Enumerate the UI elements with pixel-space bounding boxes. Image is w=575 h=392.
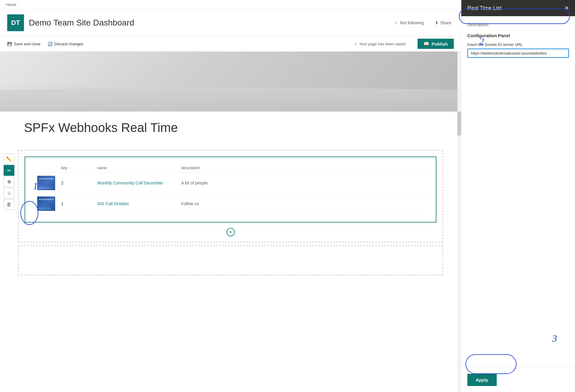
col-thumbnail: [37, 166, 61, 170]
page-main-title: SPFx Webhooks Real Time: [24, 121, 437, 135]
edit-icon: ✏: [7, 168, 11, 173]
move-icon: ✥: [7, 179, 11, 185]
list-table-inner: key name description 2 Monthly Community…: [25, 157, 436, 220]
edit-toolbar: 💾 Save and close 🔄 Discard changes ✓ You…: [0, 36, 461, 52]
panel-footer: Apply: [461, 367, 575, 392]
list-table-header: key name description: [34, 163, 427, 173]
hero-wave: [0, 88, 461, 112]
move-tool-button[interactable]: ✥: [4, 176, 14, 187]
star-icon: ☆: [394, 20, 398, 25]
site-header: DT Demo Team Site Dashboard ☆ Not follow…: [0, 10, 461, 36]
pencil-tool-button[interactable]: ✏️: [4, 154, 14, 164]
site-identity: DT Demo Team Site Dashboard: [7, 14, 134, 31]
url-label: Insert the Socket.IO server URL: [467, 42, 569, 47]
row-name-link[interactable]: Monthly Community Call December: [97, 181, 181, 185]
row-description: A lot of people: [181, 181, 424, 185]
hero-banner: [0, 52, 461, 112]
save-icon: 💾: [7, 42, 12, 46]
not-following-button[interactable]: ☆ Not following: [392, 19, 426, 26]
publish-button[interactable]: 📖 Publish: [418, 39, 454, 49]
saved-status: ✓ Your page has been saved: [354, 42, 406, 46]
socket-url-input[interactable]: [467, 49, 569, 58]
save-and-close-button[interactable]: 💾 Save and close: [7, 42, 40, 46]
row-description: Follow us: [181, 201, 424, 206]
col-key: key: [61, 166, 97, 170]
scroll-track[interactable]: [457, 52, 461, 392]
delete-icon: 🗑: [7, 202, 11, 207]
table-row: 2 Monthly Community Call December A lot …: [34, 173, 427, 193]
right-panel: Real Time List ✕ Description Configurati…: [461, 0, 575, 392]
thumb-decoration: [39, 208, 51, 208]
webpart-container: key name description 2 Monthly Community…: [25, 157, 436, 223]
panel-header: Real Time List ✕: [461, 0, 575, 16]
edit-tool-button[interactable]: ✏: [4, 165, 14, 176]
thumbnail-image: [37, 176, 55, 190]
page-inner: SPFx Webhooks Real Time: [0, 112, 461, 150]
panel-body: Description Configuration Panel Insert t…: [461, 16, 575, 367]
col-name: name: [97, 166, 181, 170]
check-icon: ✓: [354, 42, 358, 46]
panel-description: Description: [467, 22, 569, 27]
row-thumbnail: [37, 196, 61, 211]
col-description: description: [181, 166, 424, 170]
book-icon: 📖: [424, 41, 429, 46]
thumb-decoration: [39, 187, 51, 188]
row-name-link[interactable]: SIG Call October: [97, 201, 181, 206]
panel-config-title: Configuration Panel: [467, 33, 569, 38]
page-content: SPFx Webhooks Real Time ✏️ ✏ ✥ ⊹: [0, 52, 461, 392]
row-key: 1: [61, 201, 97, 206]
thumbnail-image: [37, 196, 55, 211]
share-button[interactable]: ⬆ Share: [433, 19, 454, 26]
row-thumbnail: [37, 176, 61, 190]
site-logo: DT: [7, 14, 24, 31]
top-nav: Home: [0, 0, 461, 10]
delete-tool-button[interactable]: 🗑: [4, 199, 14, 210]
discard-changes-button[interactable]: 🔄 Discard changes: [48, 42, 83, 46]
panel-title: Real Time List: [467, 5, 502, 11]
scroll-thumb[interactable]: [457, 112, 461, 136]
add-section-button[interactable]: +: [19, 226, 442, 239]
left-tools: ✏️ ✏ ✥ ⊹ 🗑: [4, 154, 14, 210]
section-wrapper: ✏️ ✏ ✥ ⊹ 🗑: [18, 150, 443, 242]
row-key: 2: [61, 181, 97, 185]
drag-icon: ⊹: [7, 190, 11, 196]
drag-tool-button[interactable]: ⊹: [4, 188, 14, 199]
pencil-icon: ✏️: [6, 156, 12, 162]
site-actions: ☆ Not following ⬆ Share: [392, 19, 454, 26]
share-icon: ⬆: [435, 20, 439, 25]
add-circle-icon: +: [226, 228, 235, 236]
discard-icon: 🔄: [48, 42, 52, 46]
table-row: 1 SIG Call October Follow us: [34, 193, 427, 214]
breadcrumb[interactable]: Home: [6, 2, 16, 7]
panel-close-button[interactable]: ✕: [565, 5, 569, 11]
bottom-section-wrapper: [18, 245, 443, 275]
page-title: Demo Team Site Dashboard: [29, 18, 134, 28]
apply-button[interactable]: Apply: [467, 374, 497, 386]
